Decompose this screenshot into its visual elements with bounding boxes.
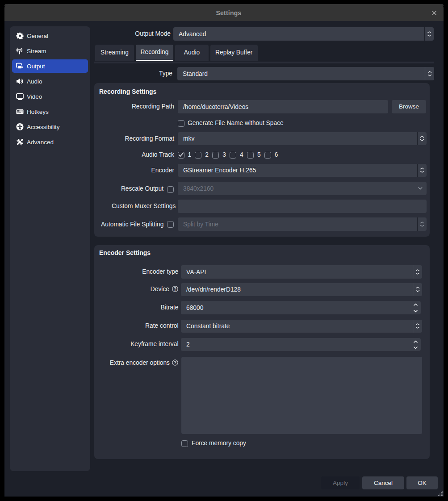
svg-text:?: ? xyxy=(173,360,176,365)
svg-text:?: ? xyxy=(174,286,176,292)
